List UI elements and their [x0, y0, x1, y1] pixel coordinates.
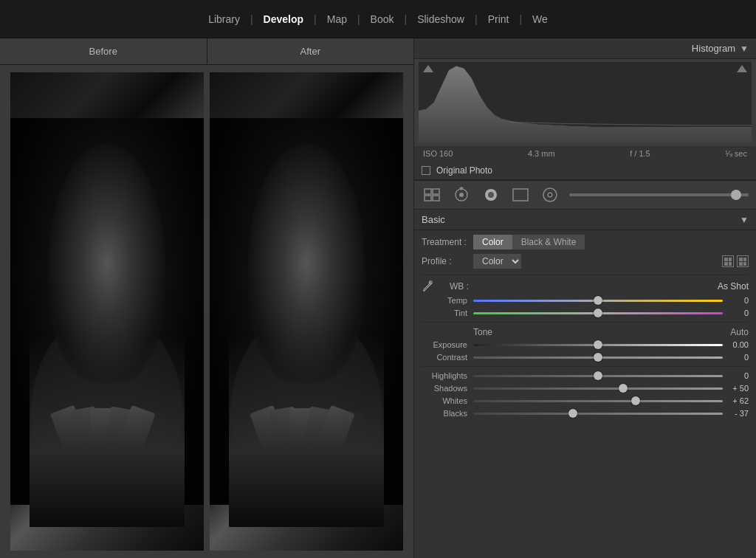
contrast-value: 0 — [723, 353, 749, 362]
highlights-slider-track[interactable] — [473, 375, 723, 377]
basic-panel-header: Basic ▼ — [414, 210, 756, 230]
left-panel: Before After — [0, 38, 413, 558]
highlights-value: 0 — [723, 371, 749, 380]
graduated-filter-tool[interactable] — [510, 187, 531, 203]
svg-rect-28 — [317, 405, 355, 453]
blacks-slider-row: Blacks - 37 — [422, 409, 749, 418]
radial-filter-tool[interactable] — [540, 187, 560, 203]
profile-icon-2 — [737, 255, 749, 267]
divider-wb — [422, 275, 749, 275]
after-photo-svg — [210, 72, 403, 551]
profile-icon-1 — [722, 255, 734, 267]
svg-rect-15 — [10, 118, 204, 505]
svg-rect-32 — [425, 189, 431, 194]
nav-develop[interactable]: Develop — [253, 0, 314, 38]
after-tab[interactable]: After — [207, 38, 414, 64]
basic-title: Basic — [422, 214, 445, 225]
profile-row: Profile : Color — [422, 254, 749, 269]
treatment-color-btn[interactable]: Color — [473, 235, 512, 249]
grid-tool[interactable] — [422, 187, 442, 203]
top-navigation: Library | Develop | Map | Book | Slidesh… — [0, 0, 756, 38]
svg-point-5 — [66, 204, 147, 224]
blacks-slider-thumb[interactable] — [568, 409, 577, 418]
exif-shutter: ¹⁄₉ sec — [725, 149, 747, 159]
main-layout: Before After — [0, 38, 756, 558]
treatment-bw-btn[interactable]: Black & White — [512, 235, 585, 249]
tool-slider[interactable] — [569, 193, 749, 196]
tone-label: Tone — [422, 327, 492, 337]
histogram-graph — [419, 62, 752, 143]
whites-slider-thumb[interactable] — [631, 396, 640, 405]
exif-aperture: f / 1.5 — [630, 149, 650, 159]
before-tab[interactable]: Before — [0, 38, 207, 64]
tone-header: Tone Auto — [422, 327, 749, 337]
svg-rect-10 — [70, 406, 103, 452]
eyedropper-tool[interactable] — [422, 280, 435, 293]
wb-row: WB : As Shot — [422, 280, 749, 293]
auto-button[interactable]: Auto — [730, 327, 749, 337]
temp-slider-track[interactable] — [473, 300, 723, 302]
highlights-label: Highlights — [422, 371, 473, 380]
exposure-slider-track[interactable] — [473, 344, 723, 346]
tint-label: Tint — [422, 309, 473, 317]
blacks-label: Blacks — [422, 409, 473, 418]
tool-row — [414, 181, 756, 210]
shadows-slider-track[interactable] — [473, 388, 723, 390]
after-photo-frame — [210, 72, 403, 551]
tint-slider-track[interactable] — [473, 312, 723, 314]
temp-label: Temp — [422, 296, 473, 305]
photos-container — [0, 65, 413, 558]
heal-tool[interactable] — [481, 187, 501, 203]
temp-slider-row: Temp 0 — [422, 296, 749, 305]
svg-point-41 — [488, 192, 494, 198]
highlights-slider-thumb[interactable] — [594, 371, 602, 380]
svg-rect-24 — [250, 405, 288, 453]
original-photo-label: Original Photo — [436, 165, 492, 176]
right-panel: Histogram ▼ — [413, 38, 756, 558]
shadows-slider-thumb[interactable] — [619, 384, 628, 393]
before-photo-svg — [10, 72, 204, 551]
exposure-slider-thumb[interactable] — [594, 340, 602, 349]
tint-slider-thumb[interactable] — [594, 309, 602, 317]
wb-value[interactable]: As Shot — [718, 281, 749, 292]
svg-point-44 — [548, 193, 552, 197]
histogram-title: Histogram — [692, 43, 735, 54]
svg-rect-6 — [67, 202, 146, 218]
exposure-label: Exposure — [422, 340, 473, 349]
original-photo-checkbox[interactable] — [422, 166, 430, 175]
histogram-canvas — [419, 62, 752, 143]
nav-library[interactable]: Library — [198, 0, 250, 38]
profile-label: Profile : — [422, 256, 473, 266]
temp-slider-thumb[interactable] — [594, 296, 602, 305]
exif-iso: ISO 160 — [423, 149, 453, 159]
exif-focal: 4.3 mm — [528, 149, 555, 159]
nav-book[interactable]: Book — [360, 0, 405, 38]
svg-rect-14 — [99, 299, 106, 316]
svg-rect-21 — [267, 202, 346, 218]
exposure-value: 0.00 — [723, 340, 749, 349]
whites-slider-track[interactable] — [473, 400, 723, 402]
svg-rect-34 — [425, 196, 431, 201]
contrast-slider-thumb[interactable] — [594, 353, 602, 362]
svg-point-4 — [69, 207, 145, 299]
blacks-slider-track[interactable] — [473, 413, 723, 415]
svg-rect-9 — [50, 405, 89, 453]
exif-bar: ISO 160 4.3 mm f / 1.5 ¹⁄₉ sec — [414, 146, 756, 162]
nav-map[interactable]: Map — [317, 0, 357, 38]
svg-rect-30 — [210, 118, 403, 505]
crop-tool[interactable] — [451, 187, 472, 203]
basic-chevron: ▼ — [740, 215, 749, 225]
contrast-slider-track[interactable] — [473, 356, 723, 359]
svg-rect-12 — [103, 406, 136, 452]
nav-slideshow[interactable]: Slideshow — [407, 0, 475, 38]
nav-print[interactable]: Print — [478, 0, 520, 38]
divider-tone — [422, 322, 749, 323]
svg-point-37 — [459, 193, 464, 197]
tint-value: 0 — [723, 309, 749, 317]
svg-point-18 — [230, 311, 382, 513]
svg-rect-13 — [117, 405, 156, 453]
nav-web[interactable]: We — [522, 0, 558, 38]
tool-slider-thumb[interactable] — [731, 190, 741, 200]
profile-select[interactable]: Color — [473, 254, 521, 269]
treatment-row: Treatment : Color Black & White — [422, 235, 749, 249]
